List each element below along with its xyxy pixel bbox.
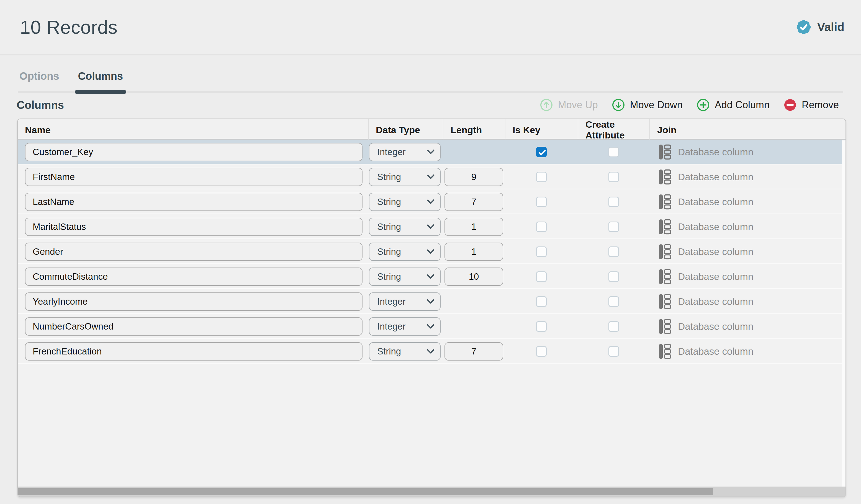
table-row[interactable]: String Database column [18,339,846,364]
is-key-checkbox[interactable] [536,147,547,157]
column-name-input[interactable] [25,168,363,186]
is-key-checkbox[interactable] [536,196,547,207]
table-row[interactable]: Integer Database column [18,289,846,314]
chevron-down-icon [427,221,435,229]
toolbar-actions: Move Up Move Down Add Column Remove [540,98,839,112]
join-type[interactable]: Database column [650,164,846,189]
column-name-input[interactable] [25,193,363,211]
join-type[interactable]: Database column [650,214,846,239]
database-column-icon [658,194,671,210]
database-column-icon [658,219,671,234]
column-name-input[interactable] [25,218,363,236]
is-key-checkbox[interactable] [536,172,547,182]
join-type[interactable]: Database column [650,189,846,214]
arrow-down-circle-icon [612,98,625,112]
create-attribute-checkbox[interactable] [609,246,619,257]
header-join: Join [650,119,846,141]
plus-circle-icon [697,98,710,112]
column-name-input[interactable] [25,268,363,286]
status-badge: Valid [795,18,844,36]
create-attribute-checkbox[interactable] [609,196,619,207]
table-row[interactable]: Integer Database column [18,139,846,164]
length-input[interactable] [445,268,503,286]
data-type-select[interactable]: String [369,168,441,186]
database-column-icon [658,244,671,259]
chevron-down-icon [427,147,435,154]
join-type[interactable]: Database column [650,339,846,364]
column-name-input[interactable] [25,292,363,311]
database-column-icon [658,269,671,284]
column-name-input[interactable] [25,342,363,360]
data-type-select[interactable]: String [369,218,441,236]
vertical-scrollbar-track[interactable] [842,140,846,487]
is-key-checkbox[interactable] [536,346,547,357]
create-attribute-checkbox[interactable] [609,221,619,232]
table-row[interactable]: String Database column [18,239,846,264]
data-type-value: String [377,172,401,182]
move-up-button[interactable]: Move Up [540,98,598,112]
join-type[interactable]: Database column [650,239,846,264]
section-title: Columns [17,99,64,111]
data-type-select[interactable]: String [369,243,441,261]
join-type[interactable]: Database column [650,139,846,164]
length-input[interactable] [445,218,503,236]
join-label: Database column [678,321,753,332]
join-label: Database column [678,147,753,158]
column-name-input[interactable] [25,243,363,261]
is-key-checkbox[interactable] [536,321,547,332]
table-row[interactable]: String Database column [18,189,846,214]
column-name-input[interactable] [25,317,363,336]
data-type-value: String [377,196,401,207]
remove-button[interactable]: Remove [783,98,839,112]
horizontal-scrollbar-track[interactable] [18,487,846,496]
join-type[interactable]: Database column [650,264,846,289]
join-label: Database column [678,346,753,357]
tab-track [18,91,843,93]
move-down-label: Move Down [630,99,683,111]
data-type-select[interactable]: Integer [369,143,441,161]
table-row[interactable]: String Database column [18,214,846,239]
data-type-select[interactable]: String [369,342,441,360]
create-attribute-checkbox[interactable] [609,346,619,357]
minus-circle-icon [783,98,797,112]
length-input[interactable] [445,243,503,261]
create-attribute-checkbox[interactable] [609,172,619,182]
create-attribute-checkbox[interactable] [609,147,619,157]
join-type[interactable]: Database column [650,314,846,339]
table-header-row: Name Data Type Length Is Key Create Attr… [18,119,846,139]
data-type-select[interactable]: Integer [369,317,441,336]
chevron-down-icon [427,196,435,204]
length-input[interactable] [445,168,503,186]
data-type-select[interactable]: Integer [369,292,441,311]
create-attribute-checkbox[interactable] [609,271,619,282]
is-key-checkbox[interactable] [536,296,547,307]
tab-options[interactable]: Options [18,70,61,93]
length-input[interactable] [445,342,503,360]
header-is-key: Is Key [505,119,578,141]
chevron-down-icon [427,246,435,254]
chevron-down-icon [427,271,435,279]
data-type-select[interactable]: String [369,268,441,286]
join-type[interactable]: Database column [650,289,846,314]
is-key-checkbox[interactable] [536,221,547,232]
chevron-down-icon [427,346,435,354]
header-name: Name [18,119,368,141]
create-attribute-checkbox[interactable] [609,321,619,332]
chevron-down-icon [427,321,435,329]
move-down-button[interactable]: Move Down [612,98,683,112]
is-key-checkbox[interactable] [536,271,547,282]
tab-columns[interactable]: Columns [77,70,125,93]
data-type-select[interactable]: String [369,193,441,211]
data-type-value: String [377,346,401,357]
is-key-checkbox[interactable] [536,246,547,257]
create-attribute-checkbox[interactable] [609,296,619,307]
column-name-input[interactable] [25,143,363,161]
length-input[interactable] [445,193,503,211]
data-type-value: String [377,221,401,232]
table-row[interactable]: Integer Database column [18,314,846,339]
horizontal-scrollbar-thumb[interactable] [18,488,713,495]
database-column-icon [658,294,671,309]
add-column-button[interactable]: Add Column [697,98,770,112]
table-row[interactable]: String Database column [18,264,846,289]
table-row[interactable]: String Database column [18,164,846,189]
